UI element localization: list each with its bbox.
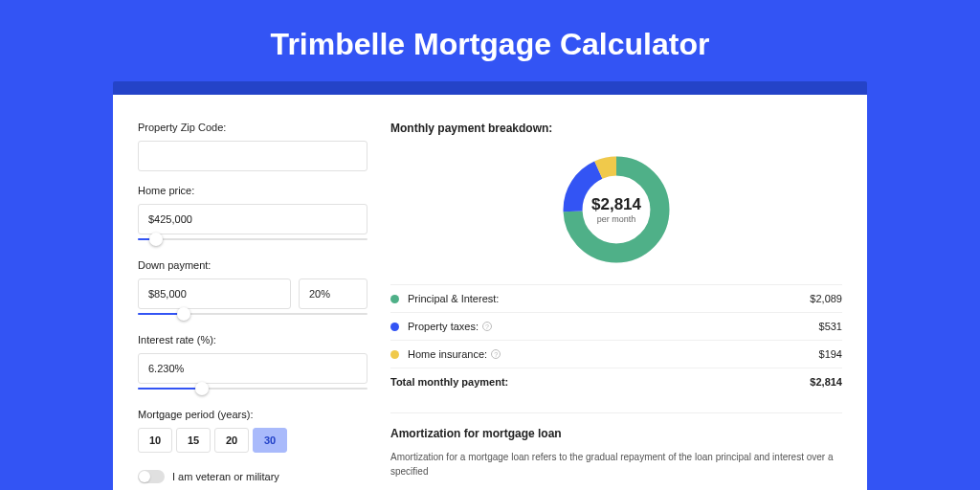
zip-field: Property Zip Code: <box>138 122 368 171</box>
legend-value: $2,089 <box>810 293 842 304</box>
period-button-10[interactable]: 10 <box>138 428 172 453</box>
legend-dot <box>390 295 399 303</box>
home-price-label: Home price: <box>138 185 368 196</box>
interest-slider[interactable] <box>138 382 368 395</box>
slider-thumb[interactable] <box>177 307 190 321</box>
period-button-20[interactable]: 20 <box>214 428 249 453</box>
donut-center: $2,814 per month <box>559 152 674 267</box>
zip-input[interactable] <box>138 141 368 171</box>
info-icon[interactable]: ? <box>491 349 501 359</box>
calculator-card: Property Zip Code: Home price: Down paym… <box>113 95 867 490</box>
total-label: Total monthly payment: <box>390 376 810 388</box>
breakdown-column: Monthly payment breakdown: $2,814 per mo… <box>390 122 842 490</box>
period-button-30[interactable]: 30 <box>253 428 287 453</box>
down-payment-field: Down payment: <box>138 259 368 321</box>
home-price-slider[interactable] <box>138 233 368 246</box>
amortization-text: Amortization for a mortgage loan refers … <box>390 450 842 479</box>
period-buttons: 10152030 <box>138 428 368 453</box>
legend-dot <box>390 323 399 331</box>
veteran-label: I am veteran or military <box>172 471 279 482</box>
legend-label: Home insurance:? <box>408 348 819 360</box>
interest-field: Interest rate (%): <box>138 334 368 395</box>
legend-label: Property taxes:? <box>408 321 819 332</box>
down-payment-label: Down payment: <box>138 259 368 271</box>
info-icon[interactable]: ? <box>482 322 492 331</box>
legend: Principal & Interest:$2,089Property taxe… <box>390 284 842 395</box>
down-payment-input[interactable] <box>138 278 291 309</box>
period-field: Mortgage period (years): 10152030 <box>138 409 368 453</box>
legend-label: Principal & Interest: <box>408 293 810 304</box>
zip-label: Property Zip Code: <box>138 122 368 133</box>
interest-label: Interest rate (%): <box>138 334 368 345</box>
form-column: Property Zip Code: Home price: Down paym… <box>138 122 368 490</box>
page-title: Trimbelle Mortgage Calculator <box>0 0 980 81</box>
slider-thumb[interactable] <box>195 382 209 395</box>
legend-value: $194 <box>819 348 842 360</box>
slider-thumb[interactable] <box>149 233 163 246</box>
veteran-row: I am veteran or military <box>138 470 368 483</box>
legend-dot <box>390 350 399 359</box>
home-price-field: Home price: <box>138 185 368 246</box>
veteran-toggle[interactable] <box>138 470 165 483</box>
period-button-15[interactable]: 15 <box>176 428 211 453</box>
total-value: $2,814 <box>810 376 842 388</box>
amortization-title: Amortization for mortgage loan <box>390 427 842 440</box>
breakdown-title: Monthly payment breakdown: <box>390 122 842 135</box>
amortization-section: Amortization for mortgage loan Amortizat… <box>390 412 842 479</box>
home-price-input[interactable] <box>138 204 368 234</box>
legend-total-row: Total monthly payment:$2,814 <box>390 368 842 395</box>
legend-row: Property taxes:?$531 <box>390 313 842 341</box>
legend-value: $531 <box>819 321 842 332</box>
donut-amount: $2,814 <box>591 195 641 214</box>
legend-row: Home insurance:?$194 <box>390 341 842 368</box>
payment-donut-chart: $2,814 per month <box>559 152 674 267</box>
card-frame: Property Zip Code: Home price: Down paym… <box>113 81 867 490</box>
period-label: Mortgage period (years): <box>138 409 368 420</box>
donut-wrap: $2,814 per month <box>390 146 842 284</box>
donut-sub: per month <box>597 214 636 224</box>
down-payment-slider[interactable] <box>138 307 368 321</box>
interest-input[interactable] <box>138 353 368 384</box>
down-payment-pct-input[interactable] <box>299 278 368 309</box>
legend-row: Principal & Interest:$2,089 <box>390 285 842 313</box>
